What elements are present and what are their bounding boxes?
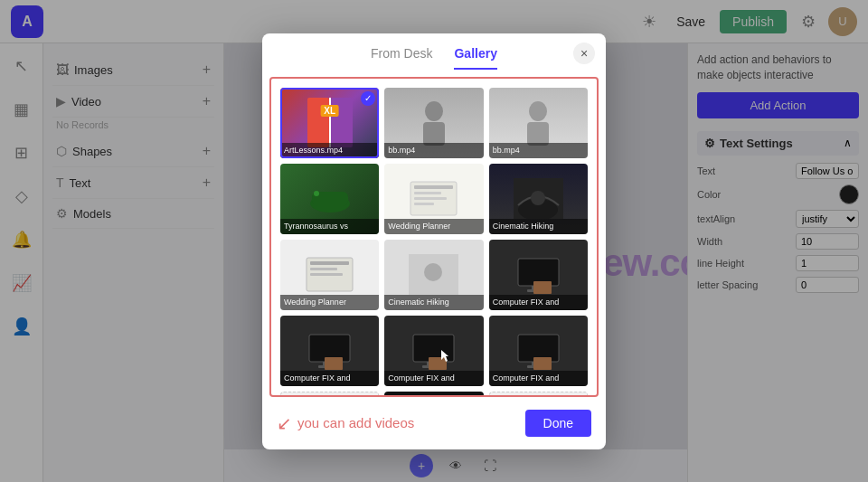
- svg-rect-18: [310, 273, 343, 276]
- svg-rect-8: [414, 185, 453, 189]
- arrow-icon: ↙: [277, 412, 292, 434]
- video-thumb-computerfix2[interactable]: Computer FIX and: [280, 316, 379, 386]
- video-thumb-tyranno[interactable]: Tyrannosaurus vs: [280, 164, 379, 234]
- video-thumb-bb1[interactable]: bb.mp4: [384, 88, 483, 158]
- video-label-computerfix2: Computer FIX and: [280, 371, 379, 386]
- svg-rect-3: [527, 122, 549, 146]
- tab-from-desk[interactable]: From Desk: [371, 46, 432, 70]
- video-thumb-empty2[interactable]: [489, 392, 588, 397]
- video-grid: XL ✓ ArtLessons.mp4 bb.mp4: [280, 88, 588, 397]
- svg-rect-10: [414, 197, 447, 200]
- modal-footer: ↙ you can add videos Done: [262, 404, 606, 449]
- video-thumb-empty1[interactable]: [280, 392, 379, 397]
- svg-point-20: [424, 263, 442, 281]
- svg-point-14: [531, 191, 545, 205]
- svg-rect-37: [533, 357, 552, 370]
- selected-check: ✓: [361, 91, 375, 106]
- svg-rect-17: [310, 268, 337, 270]
- video-label-bb1: bb.mp4: [384, 143, 483, 158]
- video-thumb-bb2[interactable]: bb.mp4: [489, 88, 588, 158]
- video-thumb-computerfix4[interactable]: Computer FIX and: [489, 316, 588, 386]
- video-thumb-cinematic1[interactable]: Cinematic Hiking: [489, 164, 588, 234]
- done-button[interactable]: Done: [525, 410, 591, 437]
- video-label-tyranno: Tyrannosaurus vs: [280, 219, 379, 234]
- video-label-bb2: bb.mp4: [489, 143, 588, 158]
- video-thumb-computerfix1[interactable]: Computer FIX and: [489, 240, 588, 310]
- video-thumb-cinematic2[interactable]: Cinematic Hiking: [384, 240, 483, 310]
- video-label-computerfix3: Computer FIX and: [384, 371, 483, 386]
- svg-rect-32: [429, 357, 447, 370]
- video-thumb-wedding2[interactable]: Wedding Planner: [280, 240, 379, 310]
- video-grid-container: XL ✓ ArtLessons.mp4 bb.mp4: [269, 77, 599, 397]
- video-thumb-computerfix3[interactable]: Computer FIX and: [384, 316, 483, 386]
- video-label-cinematic1: Cinematic Hiking: [489, 219, 588, 234]
- modal-close-button[interactable]: ×: [573, 43, 595, 64]
- modal-annotation: ↙ you can add videos: [277, 412, 414, 434]
- svg-point-6: [314, 191, 319, 196]
- video-label-computerfix1: Computer FIX and: [489, 295, 588, 310]
- modal-tabs: From Desk Gallery: [371, 46, 497, 70]
- modal-overlay[interactable]: From Desk Gallery × XL: [0, 0, 868, 482]
- modal-header: From Desk Gallery ×: [262, 33, 606, 70]
- annotation-text: you can add videos: [297, 415, 414, 430]
- svg-point-2: [529, 101, 547, 121]
- video-thumb-artlessons[interactable]: XL ✓ ArtLessons.mp4: [280, 88, 379, 158]
- svg-rect-16: [310, 261, 349, 265]
- svg-rect-28: [325, 357, 343, 370]
- svg-rect-1: [423, 122, 445, 146]
- svg-rect-11: [414, 203, 434, 205]
- video-label-artlessons: ArtLessons.mp4: [280, 143, 379, 158]
- video-label-computerfix4: Computer FIX and: [489, 371, 588, 386]
- svg-point-0: [425, 101, 443, 121]
- svg-rect-9: [414, 192, 441, 194]
- svg-rect-24: [533, 281, 552, 294]
- media-gallery-modal: From Desk Gallery × XL: [262, 33, 606, 449]
- video-label-cinematic2: Cinematic Hiking: [384, 295, 483, 310]
- video-label-wedding1: Wedding Planner: [384, 219, 483, 234]
- video-thumb-black1[interactable]: [384, 392, 483, 397]
- video-thumb-wedding1[interactable]: Wedding Planner: [384, 164, 483, 234]
- video-label-wedding2: Wedding Planner: [280, 295, 379, 310]
- tab-gallery[interactable]: Gallery: [454, 46, 496, 70]
